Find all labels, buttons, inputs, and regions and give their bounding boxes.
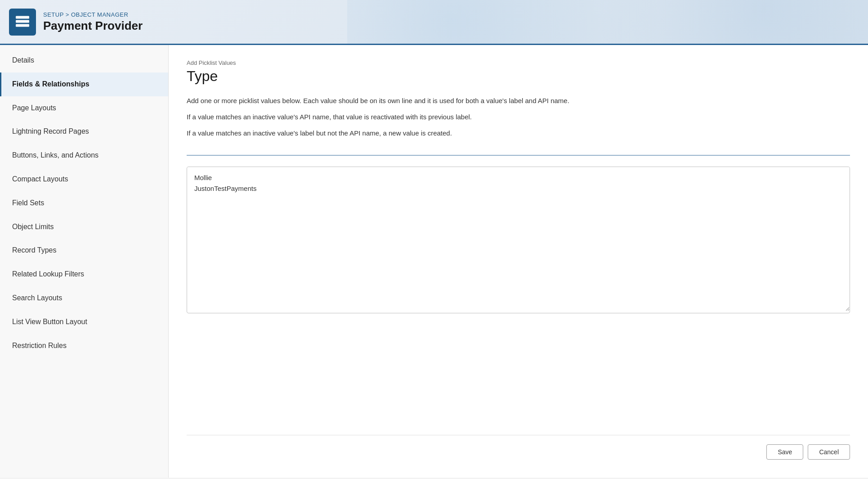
description-3: If a value matches an inactive value's l…: [187, 128, 850, 139]
content-subtitle: Add Picklist Values: [187, 59, 850, 66]
main-container: Details Fields & Relationships Page Layo…: [0, 45, 868, 478]
svg-rect-1: [16, 20, 29, 23]
content-title: Type: [187, 68, 850, 85]
description-2: If a value matches an inactive value's A…: [187, 112, 850, 122]
svg-rect-2: [16, 24, 29, 27]
sidebar-item-search-layouts[interactable]: Search Layouts: [0, 286, 168, 310]
save-button[interactable]: Save: [766, 444, 803, 460]
sidebar-item-object-limits[interactable]: Object Limits: [0, 215, 168, 239]
sidebar-item-lightning-record-pages[interactable]: Lightning Record Pages: [0, 120, 168, 144]
content-area: Add Picklist Values Type Add one or more…: [169, 45, 868, 478]
cancel-button[interactable]: Cancel: [808, 444, 850, 460]
sidebar-item-details[interactable]: Details: [0, 49, 168, 72]
app-icon: [9, 9, 36, 36]
sidebar-item-compact-layouts[interactable]: Compact Layouts: [0, 167, 168, 191]
sidebar: Details Fields & Relationships Page Layo…: [0, 45, 169, 478]
sidebar-item-related-lookup-filters[interactable]: Related Lookup Filters: [0, 262, 168, 286]
page-header: SETUP > OBJECT MANAGER Payment Provider: [0, 0, 868, 45]
sidebar-item-buttons-links-actions[interactable]: Buttons, Links, and Actions: [0, 144, 168, 167]
sidebar-item-record-types[interactable]: Record Types: [0, 239, 168, 262]
sidebar-item-restriction-rules[interactable]: Restriction Rules: [0, 334, 168, 358]
sidebar-item-page-layouts[interactable]: Page Layouts: [0, 96, 168, 120]
sidebar-item-fields-relationships[interactable]: Fields & Relationships: [0, 72, 168, 96]
picklist-values-input[interactable]: Mollie JustonTestPayments: [187, 167, 850, 311]
actions-bar: Save Cancel: [187, 435, 850, 460]
breadcrumb: SETUP > OBJECT MANAGER: [43, 11, 143, 18]
divider: [187, 155, 850, 156]
svg-rect-0: [16, 16, 29, 18]
header-text-block: SETUP > OBJECT MANAGER Payment Provider: [43, 11, 143, 33]
description-1: Add one or more picklist values below. E…: [187, 95, 850, 106]
picklist-textarea-wrapper: Mollie JustonTestPayments: [187, 167, 850, 313]
sidebar-item-field-sets[interactable]: Field Sets: [0, 191, 168, 215]
sidebar-item-list-view-button-layout[interactable]: List View Button Layout: [0, 310, 168, 334]
page-title: Payment Provider: [43, 19, 143, 33]
